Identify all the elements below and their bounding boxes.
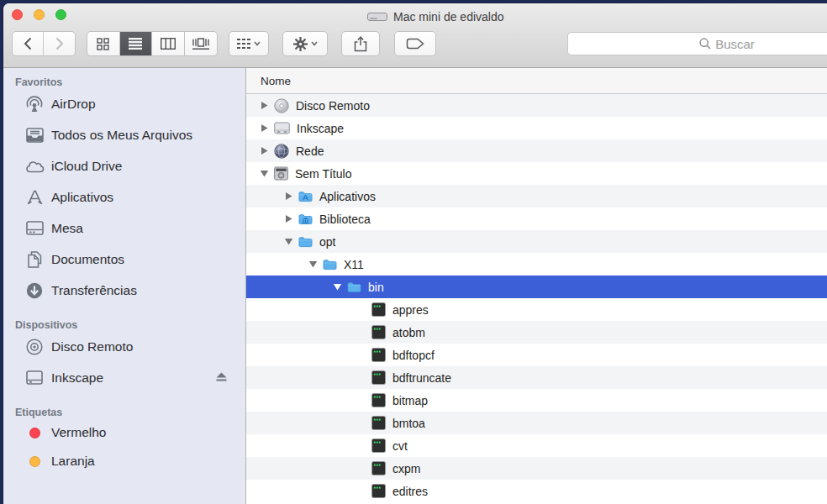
file-name-label: appres <box>392 303 429 317</box>
sidebar-item-label: Vermelho <box>51 425 106 440</box>
coverflow-view-button[interactable] <box>185 32 217 55</box>
sidebar-item-documentos[interactable]: Documentos <box>3 244 245 275</box>
list-row-cvt[interactable]: cvt <box>246 434 827 457</box>
list-row-atobm[interactable]: atobm <box>246 321 827 344</box>
sidebar-item-label: Inkscape <box>51 370 103 386</box>
list-row-bdftopcf[interactable]: bdftopcf <box>246 344 827 366</box>
sidebar-item-label: Documentos <box>51 252 124 267</box>
disclosure-triangle[interactable] <box>283 214 293 223</box>
sidebar-item-transferencias[interactable]: Transferências <box>3 275 245 306</box>
disclosure-triangle[interactable] <box>259 123 269 133</box>
list-row-inkscape[interactable]: Inkscape <box>246 117 827 139</box>
share-icon <box>354 36 367 52</box>
executable-icon <box>371 461 386 475</box>
column-view-button[interactable] <box>152 32 185 55</box>
list-row-appres[interactable]: appres <box>246 298 827 321</box>
sidebar-item-mesa[interactable]: Mesa <box>3 213 245 244</box>
zoom-button[interactable] <box>55 9 66 20</box>
executable-icon <box>371 438 386 453</box>
disclosure-triangle[interactable] <box>259 101 269 110</box>
list-row-bmtoa[interactable]: bmtoa <box>246 412 827 434</box>
file-name-label: bmtoa <box>392 417 425 430</box>
icon-view-button[interactable] <box>87 32 120 55</box>
search-icon <box>699 38 711 50</box>
sidebar-item-airdrop[interactable]: AirDrop <box>3 88 245 119</box>
close-button[interactable] <box>12 9 23 20</box>
list-view-button[interactable] <box>120 32 153 55</box>
file-name-label: bitmap <box>392 394 428 407</box>
sidebar-item-laranja[interactable]: Laranja <box>3 447 245 475</box>
tag-orange-icon <box>24 456 45 467</box>
eject-button[interactable] <box>215 370 228 386</box>
list-row-editres[interactable]: editres <box>246 480 827 502</box>
list-row-biblioteca[interactable]: Biblioteca <box>246 207 827 230</box>
column-header-name[interactable]: Nome <box>246 68 827 94</box>
disclosure-triangle[interactable] <box>332 283 342 291</box>
file-list-pane: Nome Disco Remoto Inkscape Rede Sem Títu… <box>246 68 827 504</box>
list-row-bdftruncate[interactable]: bdftruncate <box>246 366 827 389</box>
file-name-label: cvt <box>392 439 408 453</box>
sidebar-item-inkscape[interactable]: Inkscape <box>3 362 245 393</box>
file-name-label: Rede <box>296 144 324 158</box>
executable-icon <box>371 302 386 317</box>
executable-icon <box>371 325 386 339</box>
disclosure-triangle[interactable] <box>283 238 293 245</box>
disclosure-triangle[interactable] <box>259 146 269 155</box>
sidebar-item-label: Aplicativos <box>51 190 113 205</box>
documents-icon <box>24 251 45 268</box>
internal-drive-icon <box>274 166 288 181</box>
disclosure-triangle[interactable] <box>259 170 269 177</box>
file-name-label: bin <box>368 281 384 294</box>
file-name-label: opt <box>319 235 335 249</box>
list-row-aplicativos[interactable]: Aplicativos <box>246 185 827 207</box>
executable-icon <box>371 348 386 362</box>
list-row-x11[interactable]: X11 <box>246 253 827 276</box>
tag-button[interactable] <box>394 31 436 56</box>
applications-icon <box>24 189 45 205</box>
list-row-opt[interactable]: opt <box>246 230 827 253</box>
sidebar-item-label: Disco Remoto <box>51 339 133 354</box>
arrange-button[interactable] <box>229 31 269 56</box>
sidebar-item-vermelho[interactable]: Vermelho <box>3 418 245 447</box>
titlebar: Mac mini de edivaldo <box>3 3 827 68</box>
column-header-label: Nome <box>261 75 291 87</box>
back-button[interactable] <box>13 32 44 55</box>
chevron-left-icon <box>24 37 32 50</box>
minimize-button[interactable] <box>34 9 45 20</box>
tag-red-icon <box>24 428 45 438</box>
sidebar-section-dispositivos: Dispositivos <box>15 319 245 331</box>
sidebar-item-icloud-drive[interactable]: iCloud Drive <box>3 150 245 181</box>
list-row-disco-remoto[interactable]: Disco Remoto <box>246 94 827 117</box>
icloud-icon <box>24 160 45 173</box>
window-title-group: Mac mini de edivaldo <box>367 10 504 24</box>
folder-icon <box>347 281 361 293</box>
list-row-sem-titulo[interactable]: Sem Título <box>246 162 827 185</box>
file-name-label: Inkscape <box>297 122 344 135</box>
disclosure-triangle[interactable] <box>283 192 293 201</box>
external-drive-icon <box>274 122 290 134</box>
action-menu-button[interactable] <box>282 31 328 56</box>
coverflow-view-icon <box>192 38 209 50</box>
sidebar-item-todos-os-meus-arquivos[interactable]: Todos os Meus Arquivos <box>3 119 245 150</box>
chevron-down-icon <box>254 41 261 46</box>
sidebar: Favoritos AirDrop Todos os Meus Arquivos… <box>3 68 246 504</box>
list-row-rede[interactable]: Rede <box>246 139 827 162</box>
executable-icon <box>371 484 386 498</box>
list-row-cxpm[interactable]: cxpm <box>246 457 827 480</box>
folder-apps-icon <box>298 191 313 202</box>
disclosure-triangle[interactable] <box>308 260 318 268</box>
sidebar-item-aplicativos[interactable]: Aplicativos <box>3 181 245 213</box>
search-input[interactable]: Buscar <box>567 32 827 55</box>
sidebar-item-disco-remoto[interactable]: Disco Remoto <box>3 331 245 362</box>
forward-button[interactable] <box>44 32 75 55</box>
mac-mini-icon <box>367 10 387 24</box>
arrange-icon <box>237 38 250 50</box>
airdrop-icon <box>24 95 45 113</box>
file-name-label: bdftopcf <box>392 349 435 362</box>
list-row-bin[interactable]: bin <box>246 276 827 298</box>
share-button[interactable] <box>341 31 380 56</box>
traffic-lights <box>12 9 66 20</box>
sidebar-item-label: Laranja <box>51 454 95 469</box>
external-drive-icon <box>24 370 45 385</box>
list-row-bitmap[interactable]: bitmap <box>246 389 827 412</box>
